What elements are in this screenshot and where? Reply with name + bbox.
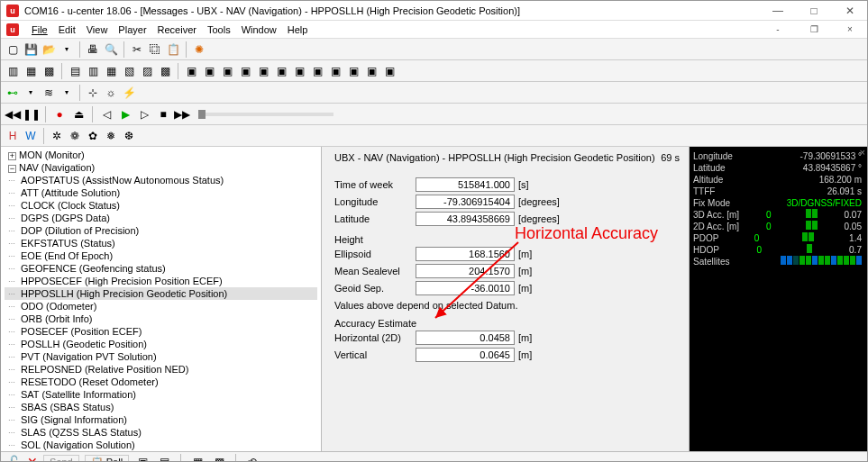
tree-item[interactable]: AOPSTATUS (AssistNow Autonomous Status) [5, 174, 317, 186]
wave-icon[interactable]: ≋ [41, 85, 57, 101]
tree-item-selected[interactable]: HPPOSLLH (High Precision Geodetic Positi… [5, 287, 317, 300]
tree-item[interactable]: DGPS (DGPS Data) [5, 212, 317, 224]
lock-icon[interactable]: 🔓 [6, 455, 22, 462]
tree-item[interactable]: RESETODO (Reset Odometer) [5, 376, 317, 388]
p12-icon[interactable]: ▣ [381, 63, 397, 79]
tree-item[interactable]: SOL (Navigation Solution) [5, 439, 317, 451]
open-icon[interactable]: 📂 [41, 41, 57, 58]
gear5-icon[interactable]: ❆ [121, 128, 137, 144]
stop-icon[interactable]: ■ [155, 106, 171, 122]
bug-icon[interactable]: ✺ [191, 41, 207, 58]
grid4-icon[interactable]: ▧ [121, 63, 137, 79]
tree-nav[interactable]: −NAV (Navigation) [5, 161, 317, 174]
menu-view[interactable]: View [87, 24, 108, 35]
tree-item[interactable]: SIG (Signal Information) [5, 413, 317, 426]
bt4-icon[interactable]: ▩ [211, 454, 227, 462]
w-icon[interactable]: W [23, 128, 39, 144]
bt3-icon[interactable]: ▦ [189, 454, 206, 462]
tree-mon[interactable]: +MON (Monitor) [5, 149, 317, 161]
tree-item[interactable]: ODO (Odometer) [5, 300, 317, 313]
dd1-icon[interactable]: ▾ [23, 85, 39, 101]
tree-item[interactable]: DOP (Dilution of Precision) [5, 224, 317, 237]
preview-icon[interactable]: 🔍 [103, 41, 119, 58]
grid1-icon[interactable]: ▤ [67, 63, 83, 79]
grid3-icon[interactable]: ▦ [103, 63, 119, 79]
close-button[interactable]: ✕ [838, 3, 862, 19]
p6-icon[interactable]: ▣ [273, 63, 289, 79]
menu-tools[interactable]: Tools [207, 24, 231, 35]
menu-player[interactable]: Player [118, 24, 146, 35]
view2-icon[interactable]: ▦ [23, 63, 39, 79]
sun-icon[interactable]: ☼ [103, 85, 119, 101]
menu-edit[interactable]: Edit [59, 24, 76, 35]
menu-file[interactable]: File [32, 24, 48, 35]
gear4-icon[interactable]: ❅ [103, 128, 119, 144]
p5-icon[interactable]: ▣ [255, 63, 271, 79]
p9-icon[interactable]: ▣ [327, 63, 343, 79]
menu-receiver[interactable]: Receiver [158, 24, 196, 35]
player-slider[interactable] [198, 113, 333, 116]
delete-icon[interactable]: ✕ [27, 455, 38, 462]
cut-icon[interactable]: ✂ [129, 41, 145, 58]
grid2-icon[interactable]: ▥ [85, 63, 101, 79]
grid5-icon[interactable]: ▨ [139, 63, 155, 79]
tree-item[interactable]: ORB (Orbit Info) [5, 313, 317, 325]
paste-icon[interactable]: 📋 [165, 41, 181, 58]
tree-item[interactable]: PVT (Navigation PVT Solution) [5, 350, 317, 363]
tree-item[interactable]: EKFSTATUS (Status) [5, 237, 317, 249]
down-icon[interactable]: ▾ [59, 41, 75, 58]
copy-icon[interactable]: ⿻ [147, 41, 163, 58]
step-fwd-icon[interactable]: ▷ [136, 106, 152, 122]
tree-item[interactable]: ATT (Attitude Solution) [5, 186, 317, 199]
gear2-icon[interactable]: ❁ [67, 128, 83, 144]
view1-icon[interactable]: ▥ [5, 63, 21, 79]
tree-pane[interactable]: +MON (Monitor) −NAV (Navigation) AOPSTAT… [1, 147, 322, 451]
p4-icon[interactable]: ▣ [237, 63, 253, 79]
tree-item[interactable]: SBAS (SBAS Status) [5, 401, 317, 413]
tree-item[interactable]: EOE (End Of Epoch) [5, 249, 317, 262]
eject-icon[interactable]: ⏏ [70, 106, 87, 122]
save-icon[interactable]: 💾 [23, 41, 39, 58]
send-button[interactable]: Send [43, 455, 79, 462]
p1-icon[interactable]: ▣ [183, 63, 199, 79]
maximize-button[interactable]: □ [802, 3, 826, 19]
p8-icon[interactable]: ▣ [309, 63, 325, 79]
play-icon[interactable]: ▶ [117, 106, 133, 122]
mdi-restore-button[interactable]: ❐ [802, 22, 826, 38]
skip-fwd-icon[interactable]: ▶▶ [174, 106, 190, 122]
bt2-icon[interactable]: ▤ [156, 454, 172, 462]
poll-button[interactable]: 📋 Poll [85, 455, 129, 463]
p10-icon[interactable]: ▣ [345, 63, 361, 79]
new-icon[interactable]: ▢ [5, 41, 21, 58]
p3-icon[interactable]: ▣ [219, 63, 235, 79]
p2-icon[interactable]: ▣ [201, 63, 217, 79]
tree-item[interactable]: CLOCK (Clock Status) [5, 199, 317, 212]
tree-item[interactable]: RELPOSNED (Relative Position NED) [5, 363, 317, 376]
minimize-button[interactable]: — [766, 3, 790, 19]
tree-item[interactable]: POSECEF (Position ECEF) [5, 325, 317, 338]
tree-item[interactable]: SAT (Satellite Information) [5, 388, 317, 401]
tree-item[interactable]: GEOFENCE (Geofencing status) [5, 262, 317, 275]
skip-back-icon[interactable]: ◀◀ [5, 106, 21, 122]
gear3-icon[interactable]: ✿ [85, 128, 101, 144]
record-icon[interactable]: ● [51, 106, 68, 122]
view3-icon[interactable]: ▩ [41, 63, 57, 79]
mdi-minimize-button[interactable]: - [766, 22, 790, 38]
connect-icon[interactable]: ⊷ [5, 85, 21, 101]
p7-icon[interactable]: ▣ [291, 63, 307, 79]
mdi-close-button[interactable]: × [838, 22, 862, 38]
p11-icon[interactable]: ▣ [363, 63, 379, 79]
tree-item[interactable]: POSLLH (Geodetic Position) [5, 338, 317, 350]
tree-item[interactable]: SLAS (QZSS SLAS Status) [5, 426, 317, 439]
target-icon[interactable]: ⊹ [85, 85, 101, 101]
print-icon[interactable]: 🖶 [85, 41, 101, 58]
menu-window[interactable]: Window [242, 24, 277, 35]
step-back-icon[interactable]: ◁ [98, 106, 114, 122]
bt5-icon[interactable]: ⟲ [244, 454, 260, 462]
gear1-icon[interactable]: ✲ [49, 128, 65, 144]
h-icon[interactable]: H [5, 128, 21, 144]
bt1-icon[interactable]: ▣ [134, 454, 151, 462]
pause-icon[interactable]: ❚❚ [23, 106, 40, 122]
menu-help[interactable]: Help [288, 24, 308, 35]
grid6-icon[interactable]: ▩ [157, 63, 173, 79]
